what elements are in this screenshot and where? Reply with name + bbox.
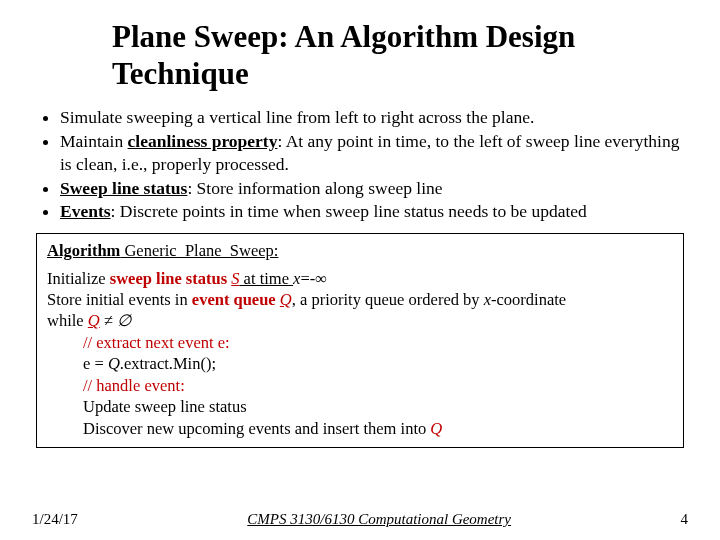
- alg-line: Initialize sweep line status S at time x…: [47, 268, 673, 289]
- alg-text: event queue: [192, 290, 276, 309]
- alg-name: Generic_Plane_Sweep:: [120, 241, 278, 260]
- emph-text: Sweep line status: [60, 178, 187, 198]
- alg-var: Q: [430, 419, 442, 438]
- bullet-text: : Discrete points in time when sweep lin…: [111, 201, 587, 221]
- alg-line: Discover new upcoming events and insert …: [83, 418, 673, 439]
- bullet-list: Simulate sweeping a vertical line from l…: [32, 106, 688, 223]
- alg-text: =-∞: [300, 269, 327, 288]
- bullet-text: Simulate sweeping a vertical line from l…: [60, 107, 534, 127]
- footer-page: 4: [680, 511, 688, 528]
- bullet-item: Simulate sweeping a vertical line from l…: [60, 106, 688, 129]
- bullet-item: Maintain cleanliness property: At any po…: [60, 130, 688, 176]
- algorithm-box: Algorithm Generic_Plane_Sweep: Initializ…: [36, 233, 684, 448]
- alg-line: Update sweep line status: [83, 396, 673, 417]
- alg-comment: // handle event:: [83, 376, 185, 395]
- page-title: Plane Sweep: An Algorithm Design Techniq…: [112, 18, 688, 92]
- alg-text: Discover new upcoming events and insert …: [83, 419, 430, 438]
- footer-date: 1/24/17: [32, 511, 78, 528]
- alg-line: e = Q.extract.Min();: [83, 353, 673, 374]
- footer-course: CMPS 3130/6130 Computational Geometry: [247, 511, 511, 528]
- bullet-text: Maintain: [60, 131, 128, 151]
- alg-label: Algorithm: [47, 241, 120, 260]
- alg-var: Q: [88, 311, 100, 330]
- emph-text: Events: [60, 201, 111, 221]
- alg-line: // handle event:: [83, 375, 673, 396]
- alg-text: Update sweep line status: [83, 397, 247, 416]
- alg-line: Store initial events in event queue Q, a…: [47, 289, 673, 310]
- footer: 1/24/17 CMPS 3130/6130 Computational Geo…: [32, 511, 688, 528]
- algorithm-title: Algorithm Generic_Plane_Sweep:: [47, 240, 673, 261]
- alg-var: Q: [280, 290, 292, 309]
- alg-text: .extract.Min();: [120, 354, 216, 373]
- alg-text: ≠ ∅: [100, 311, 131, 330]
- bullet-text: : Store information along sweep line: [187, 178, 442, 198]
- bullet-item: Sweep line status: Store information alo…: [60, 177, 688, 200]
- alg-var: x: [484, 290, 491, 309]
- alg-text: Initialize: [47, 269, 110, 288]
- alg-var: Q: [108, 354, 120, 373]
- alg-text: while: [47, 311, 88, 330]
- alg-text: , a priority queue ordered by: [292, 290, 484, 309]
- alg-line: // extract next event e:: [83, 332, 673, 353]
- alg-comment: // extract next event e:: [83, 333, 230, 352]
- alg-text: Store initial events in: [47, 290, 192, 309]
- alg-text: e =: [83, 354, 108, 373]
- alg-text: -coordinate: [491, 290, 566, 309]
- slide: Plane Sweep: An Algorithm Design Techniq…: [0, 0, 720, 540]
- alg-text: at time: [239, 269, 293, 288]
- alg-line: while Q ≠ ∅: [47, 310, 673, 331]
- bullet-item: Events: Discrete points in time when swe…: [60, 200, 688, 223]
- emph-text: cleanliness property: [128, 131, 278, 151]
- alg-text: sweep line status: [110, 269, 227, 288]
